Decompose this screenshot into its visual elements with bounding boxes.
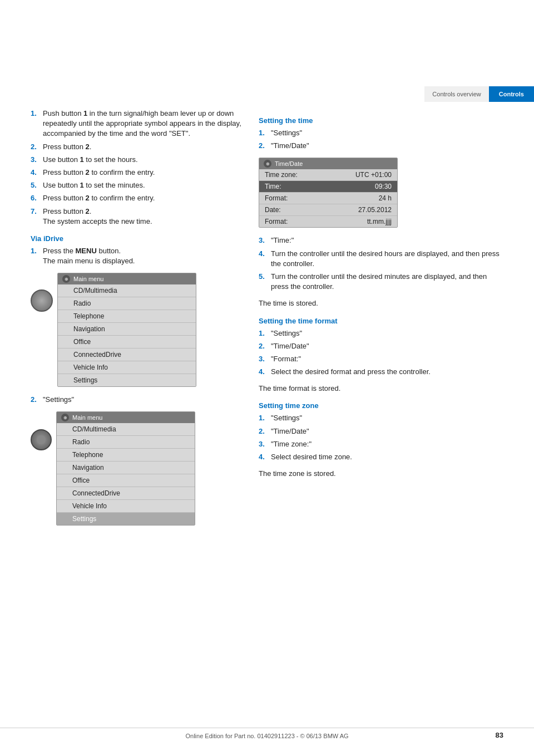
step-3-num: 3. xyxy=(31,155,39,165)
footer-text: Online Edition for Part no. 01402911223 … xyxy=(185,733,348,739)
timedate-icon: ⊕ xyxy=(264,160,271,168)
menu1-item-2: Telephone xyxy=(58,310,196,323)
rtf-step-2-text: "Time/Date" xyxy=(271,341,503,351)
step-7-num: 7. xyxy=(31,207,39,227)
intro-steps-list: 1. Push button 1 in the turn signal/high… xyxy=(31,109,242,227)
menu1-title: Main menu xyxy=(73,276,103,282)
rt-step-2: 2. "Time/Date" xyxy=(259,141,503,151)
step-1-text: Push button 1 in the turn signal/high be… xyxy=(43,109,242,139)
menu1-title-bar: ⊕ Main menu xyxy=(58,273,196,284)
menu1-item-7: Settings xyxy=(58,374,196,386)
rtf-step-1-num: 1. xyxy=(259,328,268,338)
controls-overview-text: Controls overview xyxy=(432,91,481,97)
rtz-step-3: 3. "Time zone:" xyxy=(259,439,503,449)
menu2-item-4: Office xyxy=(57,474,195,487)
time-stored-text: The time is stored. xyxy=(259,298,503,308)
rtf-step-4-text: Select the desired format and press the … xyxy=(271,367,503,377)
rtz-step-1-text: "Settings" xyxy=(271,413,503,423)
timedate-screenshot: ⊕ Time/Date Time zone: UTC +01:00 Time: … xyxy=(259,158,398,228)
rt-step-4-num: 4. xyxy=(259,249,268,269)
step-5-num: 5. xyxy=(31,180,39,190)
step-2-text: Press button 2. xyxy=(43,142,242,152)
rtz-step-1: 1. "Settings" xyxy=(259,413,503,423)
rtf-step-2: 2. "Time/Date" xyxy=(259,341,503,351)
step-4-text: Press button 2 to confirm the entry. xyxy=(43,168,242,178)
step-6-num: 6. xyxy=(31,193,39,203)
timedate-label-1: Time: xyxy=(265,183,309,190)
controls-text: Controls xyxy=(499,91,524,97)
rt-step-3: 3. "Time:" xyxy=(259,235,503,246)
setting-time-format-heading: Setting the time format xyxy=(259,317,503,325)
rt-step-5-num: 5. xyxy=(259,272,268,292)
step-7-text: Press button 2.The system accepts the ne… xyxy=(43,207,242,227)
menu2-container: ⊕ Main menu CD/Multimedia Radio Telephon… xyxy=(31,411,242,526)
menu2-item-2: Telephone xyxy=(57,449,195,462)
menu2-box: ⊕ Main menu CD/Multimedia Radio Telephon… xyxy=(56,411,195,526)
time-zone-stored-text: The time zone is stored. xyxy=(259,469,503,479)
menu1-icon: ⊕ xyxy=(62,275,70,283)
menu2-item-3: Navigation xyxy=(57,462,195,474)
controller-inner-dot xyxy=(37,435,46,444)
step-6-text: Press button 2 to confirm the entry. xyxy=(43,193,242,203)
menu2-item-0: CD/Multimedia xyxy=(57,423,195,436)
menu1-item-6: Vehicle Info xyxy=(58,361,196,374)
rtf-step-3-text: "Format:" xyxy=(271,354,503,364)
via-idrive-heading: Via iDrive xyxy=(31,234,242,243)
rt-step-1-text: "Settings" xyxy=(271,128,503,138)
step-5: 5. Use button 1 to set the minutes. xyxy=(31,180,242,190)
rtz-step-2-text: "Time/Date" xyxy=(271,426,503,436)
rtf-step-1-text: "Settings" xyxy=(271,328,503,338)
rt-step-5-text: Turn the controller until the desired mi… xyxy=(271,272,503,292)
timedate-value-2: 24 h xyxy=(309,194,392,202)
rtf-step-4-num: 4. xyxy=(259,367,268,377)
via-step-2: 2. "Settings" xyxy=(31,395,242,405)
rtf-step-2-num: 2. xyxy=(259,341,268,351)
menu1-item-4: Office xyxy=(58,336,196,348)
timedate-row-4: Format: tt.mm.jjjj xyxy=(259,216,397,227)
timedate-label-2: Format: xyxy=(265,194,309,202)
step-4-num: 4. xyxy=(31,168,39,178)
via-step-1-num: 1. xyxy=(31,246,39,266)
page-number: 83 xyxy=(496,731,503,739)
controller-knob-1 xyxy=(31,289,53,312)
step-2: 2. Press button 2. xyxy=(31,142,242,152)
rt-step-3-text: "Time:" xyxy=(271,235,503,246)
menu2-title-bar: ⊕ Main menu xyxy=(57,412,195,423)
time-format-stored-text: The time format is stored. xyxy=(259,384,503,394)
controls-overview-label: Controls overview xyxy=(424,86,488,102)
controller-knob-2 xyxy=(31,429,52,450)
rtz-step-1-num: 1. xyxy=(259,413,268,423)
step-7: 7. Press button 2.The system accepts the… xyxy=(31,207,242,227)
menu2-title: Main menu xyxy=(72,414,102,421)
via-step-2-num: 2. xyxy=(31,395,39,405)
via-step-2-text: "Settings" xyxy=(43,395,242,405)
setting-time-heading: Setting the time xyxy=(259,116,503,125)
menu2-item-1: Radio xyxy=(57,436,195,449)
rtz-step-4-num: 4. xyxy=(259,452,268,462)
setting-time-steps2-list: 3. "Time:" 4. Turn the controller until … xyxy=(259,235,503,292)
via-step-1-text: Press the MENU button.The main menu is d… xyxy=(43,246,242,266)
controller-side-1 xyxy=(31,289,53,312)
rt-step-1-num: 1. xyxy=(259,128,268,138)
rtf-step-1: 1. "Settings" xyxy=(259,328,503,338)
menu1-item-5: ConnectedDrive xyxy=(58,348,196,361)
timedate-label-0: Time zone: xyxy=(265,171,309,179)
timedate-title: Time/Date xyxy=(275,160,303,167)
right-column: Setting the time 1. "Settings" 2. "Time/… xyxy=(259,109,503,533)
timedate-title-bar: ⊕ Time/Date xyxy=(259,158,397,169)
setting-time-zone-steps-list: 1. "Settings" 2. "Time/Date" 3. "Time zo… xyxy=(259,413,503,462)
left-column: 1. Push button 1 in the turn signal/high… xyxy=(31,109,242,533)
menu2-item-6: Vehicle Info xyxy=(57,500,195,513)
rtz-step-2: 2. "Time/Date" xyxy=(259,426,503,436)
main-content: 1. Push button 1 in the turn signal/high… xyxy=(31,109,503,533)
menu1-item-1: Radio xyxy=(58,297,196,310)
timedate-value-1: 09:30 xyxy=(309,183,392,190)
timedate-value-4: tt.mm.jjjj xyxy=(309,218,392,225)
step-5-text: Use button 1 to set the minutes. xyxy=(43,180,242,190)
menu2-icon: ⊕ xyxy=(61,414,69,421)
timedate-value-3: 27.05.2012 xyxy=(309,206,392,214)
step-6: 6. Press button 2 to confirm the entry. xyxy=(31,193,242,203)
rtz-step-4: 4. Select desired time zone. xyxy=(259,452,503,462)
timedate-label-4: Format: xyxy=(265,218,309,225)
setting-time-zone-heading: Setting time zone xyxy=(259,401,503,410)
